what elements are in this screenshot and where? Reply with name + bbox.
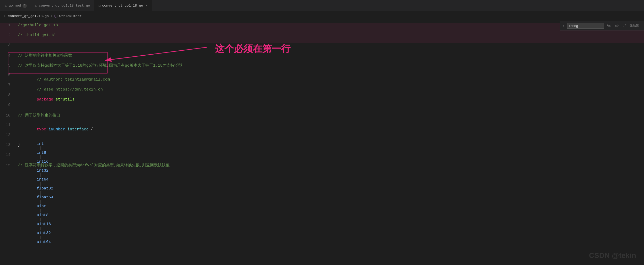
line-number-12: 12: [0, 133, 16, 137]
line-number-15: 15: [0, 163, 16, 168]
code-line-13: 13 }: [0, 143, 644, 153]
code-line-8: 8 package strutils: [0, 93, 644, 103]
tab-go-mod[interactable]: □ go.mod 1: [1, 0, 31, 12]
tab-convert-main[interactable]: □ convert_gt_go1.18.go ✕: [94, 0, 152, 12]
code-line-12: 12 int | int8 | int16 | int32 | int64 | …: [0, 133, 644, 143]
breadcrumb: □ convert_gt_go1.18.go › ⬡ StrToNumber: [0, 12, 644, 21]
line12-uint8: uint8: [37, 213, 49, 218]
line-content-1: //go:build go1.18: [16, 23, 644, 28]
line-number-9: 9: [0, 103, 16, 107]
line-number-4: 4: [0, 54, 16, 58]
line-content-13: }: [16, 143, 644, 147]
line-number-3: 3: [0, 43, 16, 47]
file-icon-main: □: [99, 4, 100, 8]
line8-package-kw: package: [37, 97, 56, 102]
code-line-10: 10 // 用于泛型约束的接口: [0, 113, 644, 123]
line-number-2: 2: [0, 33, 16, 38]
line-number-5: 5: [0, 63, 16, 68]
line-number-8: 8: [0, 93, 16, 97]
code-line-4: 4 // 泛型的字符串相关转换函数: [0, 53, 644, 63]
line-number-1: 1: [0, 23, 16, 28]
code-editor: 这个必须在第一行 1 //go:build go1.18 2 // +build…: [0, 21, 644, 265]
code-line-1: 1 //go:build go1.18: [0, 23, 644, 33]
breadcrumb-symbol[interactable]: StrToNumber: [59, 14, 82, 18]
tab-label-main: convert_gt_go1.18.go: [102, 4, 143, 8]
line-number-14: 14: [0, 153, 16, 157]
code-line-15: 15 // 泛字符串转数字，返回的类型为defVal对应的类型,如果转换失败,则…: [0, 163, 644, 173]
line11-brace: {: [89, 127, 93, 132]
code-line-9: 9: [0, 103, 644, 113]
search-input[interactable]: [567, 23, 604, 29]
breadcrumb-file[interactable]: convert_gt_go1.18.go: [8, 14, 49, 18]
tab-label-gomod: go.mod: [9, 4, 21, 8]
annotation-text: 这个必须在第一行: [215, 43, 291, 55]
line-number-7: 7: [0, 83, 16, 87]
tab-convert-test[interactable]: □ convert_gt_go1.18_test.go: [31, 0, 94, 12]
line-content-2: // +build go1.18: [16, 33, 644, 38]
code-line-2: 2 // +build go1.18: [0, 33, 644, 43]
line-content-5: // 这里仅支持go版本大于等于1.18的go运行环境,因为只有go版本大于等于…: [16, 63, 644, 68]
line12-uint16: uint16: [37, 222, 51, 226]
tab-close-button[interactable]: ✕: [146, 4, 148, 8]
line12-pipe8: |: [37, 209, 44, 213]
line-number-6: 6: [0, 73, 16, 77]
line6-email: tekintian@gmail.com: [65, 77, 110, 82]
tab-bar: □ go.mod 1 □ convert_gt_go1.18_test.go □…: [0, 0, 644, 12]
breadcrumb-symbol-icon: ⬡: [54, 14, 57, 18]
code-line-5: 5 // 这里仅支持go版本大于等于1.18的go运行环境,因为只有go版本大于…: [0, 63, 644, 73]
line11-type-kw: type: [37, 127, 49, 132]
line7-comment: // @see: [37, 87, 56, 92]
line12-float64: float64: [37, 195, 53, 200]
line12-pipe4: |: [37, 173, 44, 177]
code-line-3: 3: [0, 43, 644, 53]
line-number-13: 13: [0, 143, 16, 147]
breadcrumb-file-icon: □: [4, 14, 6, 18]
code-line-14: 14: [0, 153, 644, 163]
code-line-7: 7 // @see https://dev.tekin.cn: [0, 83, 644, 93]
breadcrumb-separator: ›: [50, 14, 53, 19]
line12-pipe10: |: [37, 226, 44, 231]
line12-uint64: uint64: [37, 240, 51, 244]
line6-comment: // @author:: [37, 77, 65, 82]
line12-pipe7: |: [37, 200, 44, 204]
tab-badge-gomod: 1: [23, 4, 27, 8]
code-area: 1 //go:build go1.18 2 // +build go1.18 3…: [0, 21, 644, 173]
line12-uint: uint: [37, 204, 46, 209]
file-icon-gomod: □: [5, 4, 7, 8]
line-content-4: // 泛型的字符串相关转换函数: [16, 53, 644, 58]
line-content-10: // 用于泛型约束的接口: [16, 113, 644, 118]
search-collapse-icon[interactable]: ›: [562, 24, 565, 28]
line12-indent: [37, 137, 46, 142]
line12-pipe9: |: [37, 218, 44, 222]
code-line-11: 11 type iNumber interface {: [0, 123, 644, 133]
line12-pipe5: |: [37, 182, 44, 186]
line12-uint32: uint32: [37, 231, 51, 235]
line7-url: https://dev.tekin.cn: [56, 87, 103, 92]
line8-package-name: strutils: [56, 97, 74, 102]
search-regex[interactable]: .*: [621, 23, 628, 28]
line12-pipe11: |: [37, 235, 44, 240]
code-line-6: 6 // @author: tekintian@gmail.com: [0, 73, 644, 83]
search-case-sensitive[interactable]: Aa: [605, 23, 612, 28]
search-whole-word[interactable]: ab: [614, 23, 620, 28]
search-no-result-label: 无结果: [630, 24, 639, 28]
tab-label-test: convert_gt_go1.18_test.go: [39, 4, 90, 8]
watermark: CSDN @tekin: [589, 251, 636, 260]
line11-space: [65, 127, 67, 132]
line11-interface-kw: interface: [67, 127, 89, 132]
line12-pipe6: |: [37, 191, 44, 195]
search-bar: › Aa ab .* 无结果: [560, 21, 644, 30]
line-number-10: 10: [0, 113, 16, 118]
line-number-11: 11: [0, 123, 16, 127]
line12-float32: float32: [37, 186, 53, 191]
file-icon-test: □: [35, 4, 37, 8]
line-content-15: // 泛字符串转数字，返回的类型为defVal对应的类型,如果转换失败,则返回默…: [16, 163, 644, 168]
line11-typename: iNumber: [49, 127, 65, 132]
line12-int64: int64: [37, 177, 49, 182]
